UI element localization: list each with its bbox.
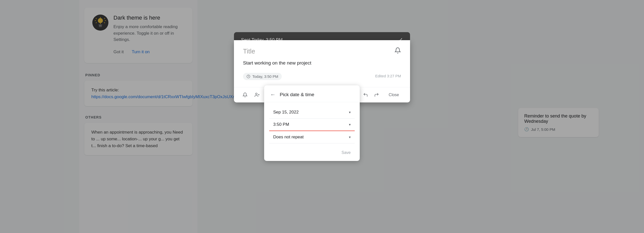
- picker-repeat-chevron-icon: ▾: [349, 135, 351, 139]
- picker-header: ← Pick date & time: [264, 85, 360, 102]
- picker-date-chevron-icon: ▾: [349, 110, 351, 114]
- picker-body: Sep 15, 2022 ▾ 3:50 PM ▾ Does not repeat…: [264, 102, 360, 145]
- note-title-placeholder[interactable]: Title: [243, 47, 255, 55]
- toolbar-undo-redo: [360, 90, 382, 100]
- note-modal-content[interactable]: Start working on the new project: [243, 60, 401, 67]
- picker-save-button[interactable]: Save: [338, 148, 355, 157]
- picker-time-chevron-icon: ▾: [349, 123, 351, 127]
- picker-actions: Save: [264, 145, 360, 161]
- note-edited-text: Edited 3:27 PM: [375, 74, 401, 78]
- datetime-picker: ← Pick date & time Sep 15, 2022 ▾ 3:50 P…: [264, 85, 360, 161]
- toolbar-collaborator-icon[interactable]: [252, 90, 262, 100]
- toolbar-reminder-icon[interactable]: [240, 90, 250, 100]
- time-badge-text: Today, 3:50 PM: [252, 74, 278, 79]
- picker-time-value: 3:50 PM: [273, 122, 289, 127]
- picker-repeat-row[interactable]: Does not repeat ▾: [269, 131, 355, 143]
- picker-back-button[interactable]: ←: [269, 90, 277, 99]
- picker-header-title: Pick date & time: [280, 92, 314, 97]
- picker-date-value: Sep 15, 2022: [273, 110, 299, 115]
- note-time-badge[interactable]: Today, 3:50 PM: [243, 73, 282, 80]
- note-modal-header: Title: [243, 47, 401, 55]
- toolbar-undo-icon[interactable]: [360, 90, 371, 100]
- note-bell-icon[interactable]: [394, 47, 401, 55]
- close-button[interactable]: Close: [384, 91, 404, 99]
- picker-repeat-value: Does not repeat: [273, 135, 304, 140]
- svg-point-3: [256, 93, 257, 95]
- toolbar-redo-icon[interactable]: [372, 90, 382, 100]
- note-modal-body: Title Start working on the new project T…: [234, 40, 410, 87]
- picker-time-row[interactable]: 3:50 PM ▾: [269, 119, 355, 131]
- picker-date-row[interactable]: Sep 15, 2022 ▾: [269, 106, 355, 119]
